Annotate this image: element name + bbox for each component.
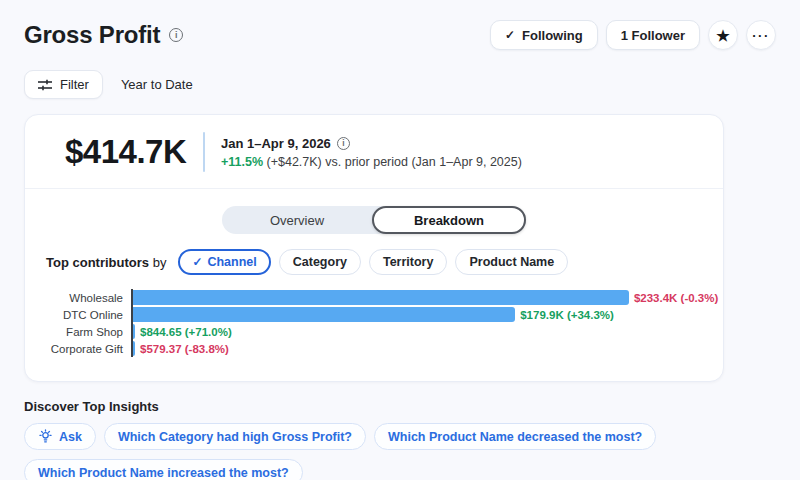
sliders-icon	[38, 79, 52, 91]
kpi-change-pct: +11.5%	[221, 155, 263, 169]
lightbulb-icon	[38, 429, 53, 444]
bar-track: $233.4K (-0.3%)	[131, 289, 703, 306]
contributors-row: Top contributors by ✓ Channel Category T…	[46, 249, 723, 275]
info-icon[interactable]: i	[337, 137, 350, 150]
insight-question[interactable]: Which Product Name increased the most?	[24, 459, 303, 480]
tab-overview[interactable]: Overview	[222, 206, 372, 234]
insight-question[interactable]: Which Product Name decreased the most?	[374, 423, 656, 450]
info-icon[interactable]: i	[169, 28, 183, 42]
period-label: Year to Date	[121, 77, 193, 92]
bar-category-label: Farm Shop	[45, 326, 131, 338]
insight-question[interactable]: Which Category had high Gross Profit?	[104, 423, 366, 450]
bar-value-label: $179.9K (+34.3%)	[520, 309, 614, 321]
card-divider	[25, 188, 723, 189]
bar-value-label: $579.37 (-83.8%)	[140, 343, 229, 355]
page-header: Gross Profit i ✓ Following 1 Follower ★ …	[0, 0, 800, 50]
chip-product-name[interactable]: Product Name	[455, 249, 568, 275]
filter-label: Filter	[60, 77, 89, 92]
chip-territory[interactable]: Territory	[369, 249, 447, 275]
follower-count-label: 1 Follower	[621, 28, 685, 43]
bar-value-label: $844.65 (+71.0%)	[140, 326, 232, 338]
kpi-date-text: Jan 1–Apr 9, 2026	[221, 136, 331, 151]
tab-breakdown[interactable]: Breakdown	[372, 206, 526, 234]
insights-section: Discover Top Insights Ask Which Category…	[24, 399, 776, 480]
kpi-value: $414.7K	[65, 133, 193, 171]
segmented-control: Overview Breakdown	[222, 206, 526, 234]
chip-channel[interactable]: ✓ Channel	[178, 249, 270, 275]
bar-track: $179.9K (+34.3%)	[131, 306, 703, 323]
bar-track: $579.37 (-83.8%)	[131, 340, 703, 357]
bar-category-label: Corporate Gift	[45, 343, 131, 355]
bar[interactable]	[133, 307, 515, 322]
insights-row-2: Which Product Name increased the most?	[24, 459, 776, 480]
header-actions: ✓ Following 1 Follower ★ ···	[490, 20, 776, 50]
bar-row: Farm Shop $844.65 (+71.0%)	[45, 323, 703, 340]
bar-row: Corporate Gift $579.37 (-83.8%)	[45, 340, 703, 357]
contributors-chart: Wholesale $233.4K (-0.3%) DTC Online $17…	[45, 289, 703, 357]
bar-category-label: Wholesale	[45, 292, 131, 304]
more-button[interactable]: ···	[746, 20, 776, 50]
chip-category[interactable]: Category	[279, 249, 361, 275]
kpi-row: $414.7K Jan 1–Apr 9, 2026 i +11.5% (+$42…	[25, 115, 723, 172]
followers-button[interactable]: 1 Follower	[606, 20, 700, 50]
ask-button[interactable]: Ask	[24, 423, 96, 450]
insights-heading: Discover Top Insights	[24, 399, 776, 414]
star-icon: ★	[716, 28, 729, 43]
filter-row: Filter Year to Date	[24, 70, 776, 99]
bar-track: $844.65 (+71.0%)	[131, 323, 703, 340]
bar[interactable]	[133, 290, 629, 305]
contributors-title: Top contributors by	[46, 255, 166, 270]
kpi-date-range: Jan 1–Apr 9, 2026 i	[221, 136, 522, 151]
bar[interactable]	[133, 324, 135, 339]
following-label: Following	[522, 28, 583, 43]
metric-card: $414.7K Jan 1–Apr 9, 2026 i +11.5% (+$42…	[24, 114, 724, 382]
bar-category-label: DTC Online	[45, 309, 131, 321]
filter-button[interactable]: Filter	[24, 70, 103, 99]
kpi-change: +11.5% (+$42.7K) vs. prior period (Jan 1…	[221, 155, 522, 169]
ellipsis-icon: ···	[752, 29, 770, 42]
title-wrap: Gross Profit i	[24, 21, 183, 49]
bar-value-label: $233.4K (-0.3%)	[634, 292, 718, 304]
page-title: Gross Profit	[24, 21, 160, 49]
bar[interactable]	[133, 341, 135, 356]
check-icon: ✓	[192, 255, 202, 269]
kpi-divider	[203, 132, 205, 172]
insights-row-1: Ask Which Category had high Gross Profit…	[24, 423, 776, 450]
favorite-button[interactable]: ★	[708, 20, 738, 50]
check-icon: ✓	[505, 28, 515, 42]
following-button[interactable]: ✓ Following	[490, 20, 598, 50]
bar-row: DTC Online $179.9K (+34.3%)	[45, 306, 703, 323]
view-tabs: Overview Breakdown	[25, 206, 723, 234]
kpi-change-detail: (+$42.7K) vs. prior period (Jan 1–Apr 9,…	[263, 155, 522, 169]
kpi-meta: Jan 1–Apr 9, 2026 i +11.5% (+$42.7K) vs.…	[221, 136, 522, 169]
bar-row: Wholesale $233.4K (-0.3%)	[45, 289, 703, 306]
